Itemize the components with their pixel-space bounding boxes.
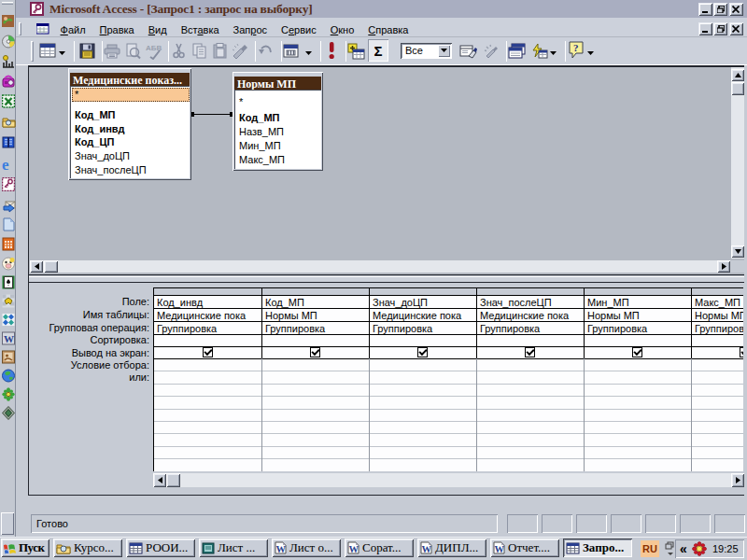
svg-text:W: W: [495, 544, 505, 554]
svg-text:W: W: [276, 544, 287, 554]
svg-text:e: e: [2, 158, 9, 173]
svg-text:?: ?: [573, 42, 579, 53]
svg-text:W: W: [422, 544, 432, 554]
svg-text:W: W: [349, 544, 359, 554]
svg-text:W: W: [4, 333, 14, 344]
